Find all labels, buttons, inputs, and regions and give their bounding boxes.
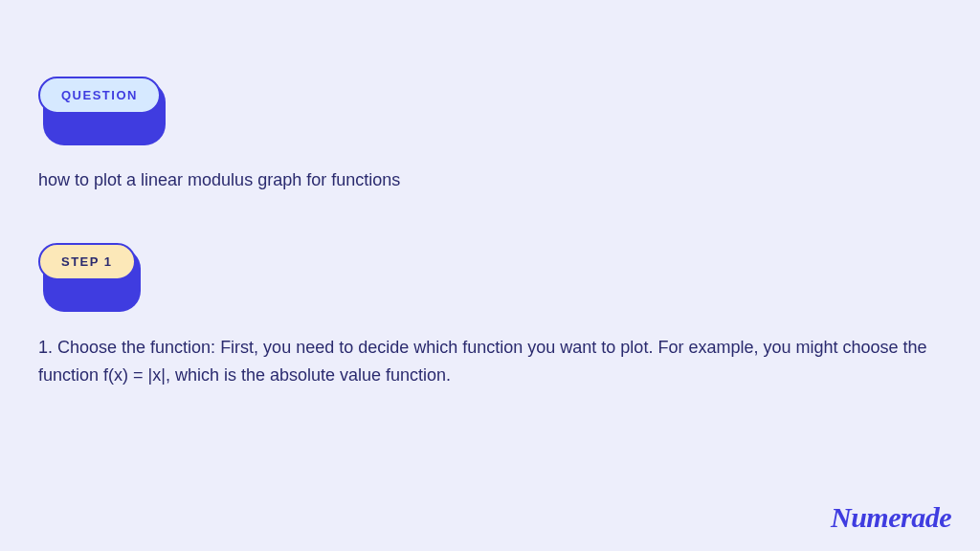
question-badge: QUESTION (38, 77, 161, 114)
content-container: QUESTION how to plot a linear modulus gr… (0, 0, 980, 428)
step-text: 1. Choose the function: First, you need … (38, 334, 942, 389)
brand-logo: Numerade (831, 501, 951, 534)
step-badge: STEP 1 (38, 243, 136, 280)
question-text: how to plot a linear modulus graph for f… (38, 167, 942, 193)
step-badge-wrapper: STEP 1 (38, 243, 136, 307)
question-badge-wrapper: QUESTION (38, 77, 161, 141)
